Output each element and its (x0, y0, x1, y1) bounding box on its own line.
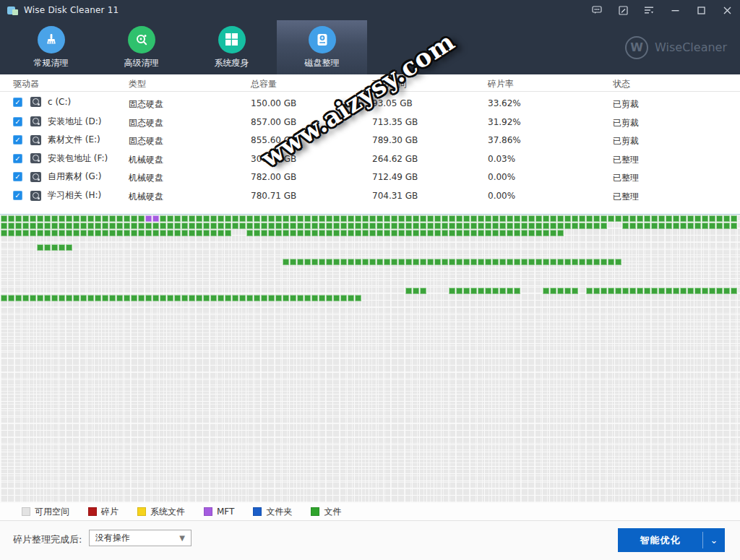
disk-block-green (109, 215, 116, 222)
disk-block-green (66, 230, 72, 236)
disk-block-green (463, 230, 470, 236)
drive-checkbox[interactable]: ✓ (13, 191, 22, 200)
disk-block-green (543, 288, 549, 294)
disk-block-green (355, 215, 361, 222)
disk-block-green (333, 223, 340, 229)
disk-block-green (319, 259, 325, 265)
smart-optimize-label[interactable]: 智能优化 (618, 528, 702, 552)
disk-block-green (557, 215, 564, 222)
disk-block-green (254, 295, 260, 301)
disk-block-green (348, 230, 354, 236)
disk-block-green (1, 230, 7, 236)
minimize-button[interactable] (662, 0, 688, 20)
disk-block-green (218, 223, 224, 229)
disk-block-green (239, 215, 246, 222)
smart-optimize-button[interactable]: 智能优化 ⌄ (618, 528, 725, 552)
column-header-1[interactable]: 驱动器 (13, 78, 39, 90)
disk-block-green (702, 288, 708, 294)
disk-block-green (30, 230, 36, 236)
tab-系统瘦身[interactable]: 系统瘦身 (186, 20, 277, 74)
disk-block-green (492, 259, 499, 265)
drive-checkbox[interactable]: ✓ (13, 135, 22, 145)
disk-block-green (59, 244, 65, 251)
drive-type: 机械硬盘 (129, 172, 163, 184)
drive-checkbox[interactable]: ✓ (13, 172, 22, 181)
drive-free-space: 713.35 GB (372, 117, 418, 127)
table-row[interactable]: ✓安装地址 (D:)固态硬盘857.00 GB713.35 GB31.92%已剪… (0, 113, 740, 132)
disk-block-green (731, 223, 737, 229)
disk-block-green (283, 230, 289, 236)
disk-block-green (543, 215, 549, 222)
table-row[interactable]: ✓学习相关 (H:)机械硬盘780.71 GB704.31 GB0.00%已整理 (0, 186, 740, 205)
disk-block-green (138, 223, 145, 229)
disk-block-green (687, 215, 694, 222)
disk-block-green (290, 223, 296, 229)
disk-block-green (311, 259, 318, 265)
disk-block-green (189, 230, 195, 236)
disk-block-green (485, 230, 491, 236)
column-header-4[interactable]: 可用空间 (372, 78, 407, 90)
column-header-3[interactable]: 总容量 (251, 78, 277, 90)
menu-icon[interactable] (636, 0, 662, 20)
toolbar-tabs: 常规清理高级清理系统瘦身磁盘整理 (6, 20, 367, 74)
disk-block-green (297, 259, 304, 265)
disk-block-green (326, 295, 332, 301)
disk-block-green (246, 230, 253, 236)
after-defrag-dropdown[interactable]: 没有操作 ▼ (89, 530, 192, 546)
legend-label: 可用空间 (35, 506, 69, 518)
disk-block-green (593, 288, 600, 294)
disk-block-green (427, 230, 434, 236)
drive-checkbox[interactable]: ✓ (13, 117, 22, 126)
smart-optimize-caret-icon[interactable]: ⌄ (703, 528, 725, 552)
disk-block-green (232, 295, 238, 301)
disk-block-green (152, 230, 159, 236)
maximize-button[interactable] (688, 0, 714, 20)
disk-block-green (268, 223, 275, 229)
drive-checkbox[interactable]: ✓ (13, 154, 22, 163)
tab-label: 高级清理 (124, 57, 159, 69)
column-header-5[interactable]: 碎片率 (488, 78, 514, 90)
disk-block-green (731, 215, 737, 222)
table-row[interactable]: ✓自用素材 (G:)机械硬盘782.00 GB712.49 GB0.00%已整理 (0, 168, 740, 186)
close-button[interactable] (714, 0, 740, 20)
disk-block-green (550, 223, 556, 229)
feedback-icon[interactable] (584, 0, 610, 20)
column-header-2[interactable]: 类型 (129, 78, 146, 90)
disk-block-green (499, 288, 506, 294)
table-row[interactable]: ✓素材文件 (E:)固态硬盘855.60 GB789.30 GB37.86%已剪… (0, 131, 740, 150)
disk-block-green (398, 223, 405, 229)
disk-block-green (557, 288, 564, 294)
table-row[interactable]: ✓安装包地址 (F:)机械硬盘300.00 GB264.62 GB0.03%已整… (0, 150, 740, 168)
disk-block-green (658, 215, 665, 222)
disk-block-green (716, 288, 723, 294)
drive-type: 固态硬盘 (129, 117, 163, 129)
disk-block-green (319, 230, 325, 236)
drive-status: 已剪裁 (613, 135, 639, 147)
legend-swatch (88, 507, 97, 516)
disk-block-green (420, 223, 426, 229)
register-note-icon[interactable] (610, 0, 636, 20)
disk-block-green (95, 223, 101, 229)
disk-block-green (420, 288, 426, 294)
table-row[interactable]: ✓c (C:)固态硬盘150.00 GB93.05 GB33.62%已剪裁 (0, 94, 740, 113)
scan-icon (128, 26, 155, 53)
drive-checkbox[interactable]: ✓ (13, 98, 22, 107)
drive-icon (30, 116, 41, 126)
drive-frag-rate: 0.00% (488, 172, 515, 182)
disk-block-green (145, 230, 152, 236)
disk-block-green (434, 259, 441, 265)
tab-高级清理[interactable]: 高级清理 (96, 20, 186, 74)
tab-常规清理[interactable]: 常规清理 (6, 20, 96, 74)
disk-block-green (369, 259, 376, 265)
legend-item-MFT: MFT (204, 507, 234, 517)
disk-block-green (362, 259, 369, 265)
disk-block-green (391, 215, 397, 222)
tab-磁盘整理[interactable]: 磁盘整理 (277, 20, 367, 74)
disk-block-green (44, 295, 51, 301)
column-header-6[interactable]: 状态 (613, 78, 630, 90)
disk-block-green (420, 215, 426, 222)
disk-block-green (275, 230, 282, 236)
disk-block-green (87, 223, 94, 229)
disk-block-green (586, 223, 593, 229)
drive-type: 机械硬盘 (129, 154, 163, 166)
